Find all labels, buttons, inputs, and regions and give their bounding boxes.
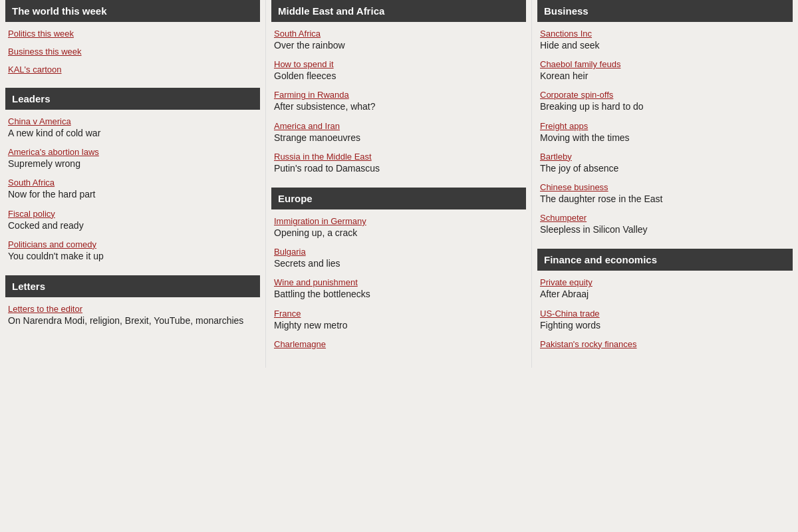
- article-title: Battling the bottlenecks: [274, 288, 523, 300]
- article-category[interactable]: Corporate spin-offs: [540, 90, 790, 100]
- article-category[interactable]: Farming in Rwanda: [274, 90, 523, 100]
- article-category[interactable]: Bartleby: [540, 152, 790, 162]
- article-title: Breaking up is hard to do: [540, 100, 790, 112]
- article-item: Immigration in GermanyOpening up, a crac…: [271, 216, 526, 239]
- article-category[interactable]: US-China trade: [540, 309, 790, 319]
- article-category[interactable]: Charlemagne: [274, 339, 523, 349]
- article-title: A new kind of cold war: [8, 127, 257, 139]
- section-header: The world this week: [5, 0, 260, 22]
- article-item: Letters to the editorOn Narendra Modi, r…: [5, 304, 260, 327]
- section-header: Letters: [5, 275, 260, 297]
- section-1-0: Middle East and AfricaSouth AfricaOver t…: [271, 0, 526, 174]
- article-item: How to spend itGolden fleeces: [271, 59, 526, 82]
- article-category[interactable]: France: [274, 309, 523, 319]
- article-category[interactable]: China v America: [8, 116, 257, 126]
- article-item: Sanctions IncHide and seek: [537, 29, 793, 51]
- article-title: Secrets and lies: [274, 257, 523, 269]
- article-item: Chinese businessThe daughter rose in the…: [537, 182, 793, 205]
- article-category[interactable]: America's abortion laws: [8, 147, 257, 157]
- article-category[interactable]: South Africa: [8, 178, 257, 188]
- article-item: BulgariaSecrets and lies: [271, 247, 526, 269]
- article-item: US-China tradeFighting words: [537, 309, 793, 331]
- section-0-0: The world this weekPolitics this weekBus…: [5, 0, 260, 74]
- article-title: Hide and seek: [540, 39, 790, 51]
- article-item: Private equityAfter Abraaj: [537, 277, 793, 300]
- page-container: The world this weekPolitics this weekBus…: [0, 0, 798, 368]
- article-title: Strange manoeuvres: [274, 132, 523, 144]
- article-category[interactable]: Fiscal policy: [8, 209, 257, 219]
- article-title: After Abraaj: [540, 288, 790, 300]
- article-category[interactable]: Sanctions Inc: [540, 29, 790, 39]
- article-category[interactable]: Schumpeter: [540, 213, 790, 223]
- article-item: Russia in the Middle EastPutin's road to…: [271, 152, 526, 174]
- section-header: Europe: [271, 188, 526, 209]
- article-category[interactable]: Politicians and comedy: [8, 239, 257, 249]
- article-category[interactable]: Russia in the Middle East: [274, 152, 523, 162]
- article-category[interactable]: Chinese business: [540, 182, 790, 192]
- article-item: Politics this week: [5, 29, 260, 39]
- article-category[interactable]: Pakistan's rocky finances: [540, 339, 790, 349]
- article-title: Sleepless in Silicon Valley: [540, 223, 790, 235]
- article-item: Fiscal policyCocked and ready: [5, 209, 260, 231]
- section-header: Business: [537, 0, 793, 22]
- article-title: Cocked and ready: [8, 219, 257, 231]
- article-title: Mighty new metro: [274, 319, 523, 331]
- article-item: Chaebol family feudsKorean heir: [537, 59, 793, 82]
- article-item: Corporate spin-offsBreaking up is hard t…: [537, 90, 793, 112]
- article-category[interactable]: Wine and punishment: [274, 277, 523, 287]
- column-1: Middle East and AfricaSouth AfricaOver t…: [266, 0, 532, 368]
- column-0: The world this weekPolitics this weekBus…: [0, 0, 266, 368]
- article-item: KAL's cartoon: [5, 65, 260, 74]
- article-title: The daughter rose in the East: [540, 193, 790, 205]
- article-item: America and IranStrange manoeuvres: [271, 121, 526, 144]
- column-2: BusinessSanctions IncHide and seekChaebo…: [532, 0, 798, 368]
- article-item: SchumpeterSleepless in Silicon Valley: [537, 213, 793, 235]
- article-title: You couldn't make it up: [8, 250, 257, 262]
- article-title: The joy of absence: [540, 162, 790, 174]
- article-category[interactable]: Business this week: [8, 47, 257, 57]
- article-item: Pakistan's rocky finances: [537, 339, 793, 349]
- article-title: Over the rainbow: [274, 39, 523, 51]
- article-item: FranceMighty new metro: [271, 309, 526, 331]
- section-0-1: LeadersChina v AmericaA new kind of cold…: [5, 88, 260, 262]
- article-category[interactable]: America and Iran: [274, 121, 523, 131]
- section-header: Leaders: [5, 88, 260, 110]
- article-category[interactable]: Bulgaria: [274, 247, 523, 257]
- article-title: On Narendra Modi, religion, Brexit, YouT…: [8, 315, 257, 327]
- section-header: Middle East and Africa: [271, 0, 526, 22]
- article-title: Golden fleeces: [274, 70, 523, 82]
- section-2-1: Finance and economicsPrivate equityAfter…: [537, 249, 793, 348]
- section-0-2: LettersLetters to the editorOn Narendra …: [5, 275, 260, 327]
- article-category[interactable]: Letters to the editor: [8, 304, 257, 314]
- article-item: Freight appsMoving with the times: [537, 121, 793, 144]
- article-category[interactable]: KAL's cartoon: [8, 65, 257, 74]
- section-header: Finance and economics: [537, 249, 793, 271]
- article-item: China v AmericaA new kind of cold war: [5, 116, 260, 139]
- article-title: After subsistence, what?: [274, 100, 523, 112]
- article-item: South AfricaNow for the hard part: [5, 178, 260, 200]
- article-title: Now for the hard part: [8, 188, 257, 200]
- article-category[interactable]: South Africa: [274, 29, 523, 39]
- section-1-1: EuropeImmigration in GermanyOpening up, …: [271, 188, 526, 349]
- article-item: BartlebyThe joy of absence: [537, 152, 793, 174]
- article-category[interactable]: Freight apps: [540, 121, 790, 131]
- article-title: Korean heir: [540, 70, 790, 82]
- article-category[interactable]: Politics this week: [8, 29, 257, 39]
- article-category[interactable]: Private equity: [540, 277, 790, 287]
- article-category[interactable]: Immigration in Germany: [274, 216, 523, 226]
- article-title: Fighting words: [540, 319, 790, 331]
- article-item: Business this week: [5, 47, 260, 57]
- article-item: Wine and punishmentBattling the bottlene…: [271, 277, 526, 300]
- article-item: Charlemagne: [271, 339, 526, 349]
- article-title: Supremely wrong: [8, 158, 257, 170]
- section-2-0: BusinessSanctions IncHide and seekChaebo…: [537, 0, 793, 235]
- article-item: Farming in RwandaAfter subsistence, what…: [271, 90, 526, 112]
- article-item: America's abortion lawsSupremely wrong: [5, 147, 260, 170]
- article-category[interactable]: Chaebol family feuds: [540, 59, 790, 69]
- article-category[interactable]: How to spend it: [274, 59, 523, 69]
- article-title: Putin's road to Damascus: [274, 162, 523, 174]
- article-item: South AfricaOver the rainbow: [271, 29, 526, 51]
- article-item: Politicians and comedyYou couldn't make …: [5, 239, 260, 262]
- article-title: Opening up, a crack: [274, 227, 523, 239]
- article-title: Moving with the times: [540, 132, 790, 144]
